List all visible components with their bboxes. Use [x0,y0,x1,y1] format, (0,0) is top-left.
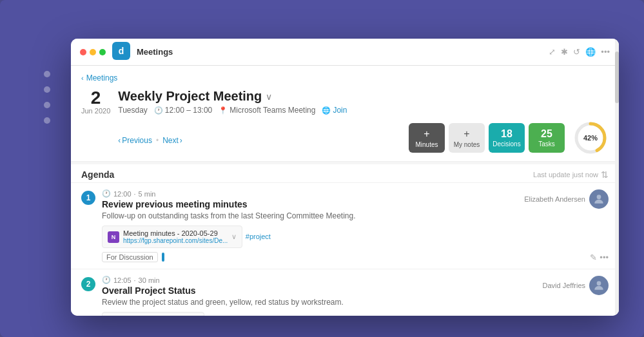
prev-label: Previous [122,136,152,145]
agenda-item-2: 2 🕐 12:05 · 30 min Overall Project Statu… [71,269,619,316]
sidebar-dot [44,71,50,77]
avatar-1 [589,189,609,209]
tag-project[interactable]: #project [246,233,271,240]
more-icon-1[interactable]: ••• [600,253,609,262]
date-number: 2 [91,89,101,107]
tasks-count: 25 [541,129,552,139]
label-row-1: For Discussion [102,252,518,262]
globe-icon: 🌐 [322,106,331,115]
decisions-button[interactable]: 18 Decisions [489,123,525,153]
edit-icon-1[interactable]: ✎ [590,253,597,262]
attachment-1-content: Meeting minutes - 2020-05-29 https://fgp… [123,229,228,244]
main-content: ‹ Meetings 2 Jun 2020 Weekly [71,66,619,316]
agenda-assignee-1: Elizabeth Andersen [524,189,609,209]
agenda-item-2-title: Overall Project Status [102,285,536,296]
agenda-header: Agenda Last update just now ⇅ [71,164,619,183]
agenda-section: Agenda Last update just now ⇅ 1 🕐 [71,164,619,316]
agenda-item-1-header: 1 🕐 12:00 · 5 min Review previous meetin… [81,189,609,262]
globe-icon[interactable]: 🌐 [585,47,596,57]
agenda-item-2-header: 2 🕐 12:05 · 30 min Overall Project Statu… [81,276,609,316]
agenda-item-1: 1 🕐 12:00 · 5 min Review previous meetin… [71,183,619,269]
attachment-2[interactable]: X Project Status.xlsx ✎ ∨ [102,312,204,316]
pin-icon: 📍 [219,106,228,115]
nav-actions-row: ‹ Previous • Next › [118,120,609,156]
more-icon[interactable]: ••• [601,47,610,57]
svg-point-3 [597,281,601,285]
settings-icon[interactable]: ✱ [561,47,568,57]
date-month: Jun 2020 [81,107,110,115]
maximize-dot[interactable] [99,49,106,55]
agenda-item-1-time: 🕐 12:00 · 5 min [102,189,518,198]
action-buttons: + Minutes + My notes 18 [409,123,565,153]
person-icon-2 [592,279,605,292]
meeting-header: ‹ Meetings 2 Jun 2020 Weekly [71,66,619,162]
date-block: 2 Jun 2020 [81,89,110,115]
clock-icon-2: 🕐 [102,276,111,284]
minimize-dot[interactable] [90,49,96,55]
prev-link[interactable]: ‹ Previous [118,136,152,145]
meeting-title-row: Weekly Project Meeting ∨ [118,89,609,104]
sort-icon[interactable]: ⇅ [601,169,609,180]
decisions-count: 18 [501,129,512,139]
sidebar-dot [44,102,50,108]
join-link[interactable]: Join [333,106,347,115]
minutes-button[interactable]: + Minutes [409,123,445,153]
browser-traffic-lights [80,49,106,55]
browser-body: ‹ Meetings 2 Jun 2020 Weekly [71,66,619,316]
attachment-1-chevron: ∨ [231,233,237,241]
agenda-item-2-number: 2 [81,277,95,291]
minutes-label: Minutes [415,141,438,148]
meeting-info-row: 2 Jun 2020 Weekly Project Meeting ∨ [81,89,609,156]
tasks-button[interactable]: 25 Tasks [529,123,565,153]
attachment-1-url: https://fgp.sharepoint.com/sites/De... [123,237,228,244]
sidebar-dot [44,117,50,124]
agenda-item-2-time: 🕐 12:05 · 30 min [102,276,536,284]
minutes-plus-icon: + [424,128,429,140]
breadcrumb: ‹ Meetings [81,73,609,82]
expand-icon[interactable]: ⤢ [549,47,556,57]
attachment-1-name: Meeting minutes - 2020-05-29 [123,229,228,237]
meeting-title: Weekly Project Meeting [118,89,262,104]
assignee-1-name: Elizabeth Andersen [524,195,585,203]
next-link[interactable]: Next › [162,136,182,145]
notes-plus-icon: + [463,128,469,140]
my-notes-button[interactable]: + My notes [449,123,485,153]
person-icon-1 [592,193,605,206]
agenda-item-1-actions: ✎ ••• [590,253,609,262]
meeting-location: 📍 Microsoft Teams Meeting [219,106,315,115]
meeting-day: Tuesday [118,106,148,115]
breadcrumb-arrow: ‹ [81,74,84,82]
meeting-join-item: 🌐 Join [322,106,347,115]
assignee-2-name: David Jeffries [543,282,585,289]
svg-point-2 [597,195,601,199]
app-title: Meetings [137,47,542,57]
nav-separator: • [156,136,159,145]
agenda-assignee-2: David Jeffries [543,276,609,295]
scrollbar-thumb[interactable] [615,66,619,103]
next-arrow: › [180,136,182,145]
meeting-time: 🕐 12:00 – 13:00 [154,106,212,115]
onenote-icon: N [108,231,119,243]
agenda-item-2-body: 🕐 12:05 · 30 min Overall Project Status … [102,276,536,316]
last-update-text: Last update just now [533,171,598,178]
meeting-details: Weekly Project Meeting ∨ Tuesday 🕐 12:00… [118,89,609,156]
decisions-label: Decisions [493,140,520,148]
close-dot[interactable] [80,49,86,55]
attachment-1[interactable]: N Meeting minutes - 2020-05-29 https://f… [102,226,242,248]
agenda-item-1-title: Review previous meeting minutes [102,199,518,209]
refresh-icon[interactable]: ↺ [573,47,580,57]
clock-icon-1: 🕐 [102,189,111,198]
browser-chrome: d Meetings ⤢ ✱ ↺ 🌐 ••• [71,39,619,66]
breadcrumb-link[interactable]: Meetings [86,73,118,82]
avatar-2 [589,276,609,295]
sidebar-dot [44,86,50,93]
notes-label: My notes [454,141,480,148]
tasks-label: Tasks [538,140,555,148]
agenda-item-1-desc: Follow-up on outstanding tasks from the … [102,211,518,220]
agenda-item-1-body: 🕐 12:00 · 5 min Review previous meeting … [102,189,518,262]
desktop: d Meetings ⤢ ✱ ↺ 🌐 ••• ‹ Meetings [0,0,644,337]
progress-text: 42% [583,134,598,142]
agenda-item-2-desc: Review the project status and green, yel… [102,298,536,307]
browser-window: d Meetings ⤢ ✱ ↺ 🌐 ••• ‹ Meetings [71,39,619,316]
meeting-dropdown-icon[interactable]: ∨ [266,91,272,102]
